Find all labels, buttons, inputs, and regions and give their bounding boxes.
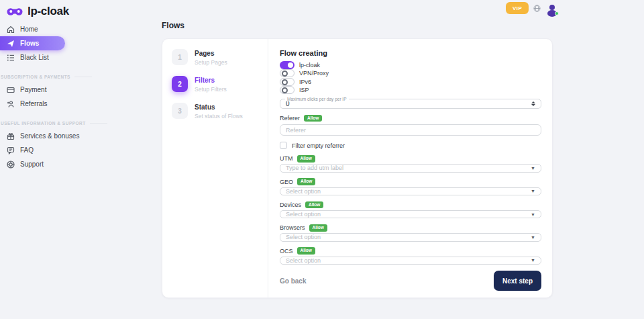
sidebar-item-black-list[interactable]: Black List (0, 50, 154, 64)
toggle-row-isp: ISP (280, 87, 541, 93)
ocs-label: OCS (280, 248, 293, 255)
step-status[interactable]: 3 Status Set status of Flows (172, 103, 268, 120)
select-placeholder: Select option (286, 188, 321, 195)
stepper: 1 Pages Setup Pages 2 Filters Setup Filt… (162, 39, 268, 298)
toggle-row-vpn-proxy: VPN/Proxy (280, 71, 541, 77)
utm-allow-badge[interactable]: Allow (297, 155, 315, 163)
sidebar-item-label: Referrals (20, 100, 48, 107)
referrals-icon (7, 100, 15, 108)
geo-label-row: GEO Allow (280, 179, 541, 185)
services-icon (7, 132, 15, 140)
sidebar-item-support[interactable]: Support (0, 157, 154, 171)
toggle-row-lp-cloak: lp-cloak (280, 62, 541, 68)
black-list-icon (7, 54, 15, 62)
filter-empty-referrer-label: Filter empty referrer (292, 142, 345, 149)
step-title: Status (195, 103, 243, 111)
browsers-label: Browsers (280, 224, 305, 231)
header-actions: VIP (506, 1, 558, 15)
vip-button[interactable]: VIP (506, 2, 529, 14)
isp-toggle[interactable] (280, 86, 294, 94)
select-placeholder: Select option (286, 234, 321, 240)
sidebar-item-faq[interactable]: FAQ (0, 143, 154, 157)
step-title: Filters (195, 76, 227, 84)
sidebar-item-label: Services & bonuses (20, 132, 79, 140)
section-divider (74, 77, 92, 77)
max-clicks-input[interactable]: Maximum clicks per day per IP 0 (280, 99, 541, 109)
devices-label: Devices (280, 201, 301, 208)
lp-cloak-toggle[interactable] (280, 61, 294, 69)
sidebar-item-label: Home (20, 26, 38, 33)
geo-label: GEO (280, 179, 293, 185)
utm-label-row: UTM Allow (280, 155, 541, 162)
step-title: Pages (195, 49, 227, 57)
chevron-down-icon: ▼ (531, 212, 535, 217)
payment-icon (7, 86, 15, 94)
support-icon (7, 161, 15, 169)
sidebar-item-services[interactable]: Services & bonuses (0, 129, 154, 143)
chevron-down-icon: ▼ (531, 235, 535, 240)
flows-icon (7, 40, 15, 48)
page-title: Flows (162, 21, 184, 30)
language-globe-icon[interactable] (533, 5, 541, 12)
online-status-dot (555, 11, 559, 15)
sidebar-section-support: USEFUL INFORMATION & SUPPORT (1, 121, 154, 126)
number-stepper[interactable] (531, 101, 535, 106)
form-title: Flow creating (280, 49, 541, 57)
sidebar-item-flows[interactable]: Flows (0, 36, 65, 50)
faq-icon (7, 146, 15, 154)
next-step-button[interactable]: Next step (494, 271, 541, 291)
sidebar-item-label: Flows (20, 40, 39, 47)
vpn-proxy-toggle[interactable] (280, 69, 294, 77)
chevron-down-icon: ▼ (531, 189, 535, 193)
home-icon (7, 26, 15, 34)
select-placeholder: Type to add utm label (286, 165, 343, 171)
browsers-allow-badge[interactable]: Allow (309, 224, 327, 232)
ocs-select[interactable]: Select option ▼ (280, 257, 541, 265)
browsers-label-row: Browsers Allow (280, 224, 541, 231)
select-placeholder: Select option (286, 257, 321, 264)
geo-select[interactable]: Select option ▼ (280, 187, 541, 195)
sidebar-item-label: Payment (20, 86, 46, 93)
ocs-allow-badge[interactable]: Allow (297, 247, 315, 255)
filters-form: Flow creating lp-cloak VPN/Proxy IPv6 IS… (268, 39, 552, 298)
sidebar-item-referrals[interactable]: Referrals (0, 97, 154, 111)
sidebar-section-subscription: SUBSCRIPTION & PAYMENTS (1, 75, 154, 79)
go-back-button[interactable]: Go back (280, 277, 306, 285)
filter-empty-referrer-row: Filter empty referrer (280, 142, 541, 149)
chevron-down-icon: ▼ (531, 166, 535, 171)
step-number: 1 (172, 49, 188, 65)
toggle-label: VPN/Proxy (299, 70, 329, 77)
filter-empty-referrer-checkbox[interactable] (280, 142, 287, 149)
step-subtitle: Setup Filters (195, 86, 227, 93)
app-logo[interactable]: lp-cloak (7, 5, 69, 18)
mask-logo-icon (7, 7, 23, 17)
referer-label-row: Referer Allow (280, 115, 541, 122)
ocs-label-row: OCS Allow (280, 248, 541, 255)
max-clicks-label: Maximum clicks per day per IP (285, 97, 349, 101)
devices-allow-badge[interactable]: Allow (305, 201, 323, 209)
step-filters[interactable]: 2 Filters Setup Filters (172, 76, 268, 93)
devices-select[interactable]: Select option ▼ (280, 210, 541, 218)
sidebar-item-payment[interactable]: Payment (0, 83, 154, 97)
select-placeholder: Select option (286, 211, 321, 218)
sidebar-item-home[interactable]: Home (0, 22, 154, 36)
utm-select[interactable]: Type to add utm label ▼ (280, 164, 541, 172)
referer-input[interactable] (280, 124, 541, 136)
sidebar-item-label: Black List (20, 54, 49, 61)
user-avatar[interactable] (545, 2, 558, 15)
ipv6-toggle[interactable] (280, 78, 294, 86)
step-pages[interactable]: 1 Pages Setup Pages (172, 49, 268, 66)
browsers-select[interactable]: Select option ▼ (280, 233, 541, 241)
toggle-label: ISP (299, 87, 309, 93)
step-subtitle: Setup Pages (195, 59, 227, 66)
toggle-row-ipv6: IPv6 (280, 79, 541, 85)
form-footer: Go back Next step (280, 271, 541, 291)
step-number: 3 (172, 103, 188, 119)
referer-allow-badge[interactable]: Allow (304, 115, 322, 122)
geo-allow-badge[interactable]: Allow (297, 178, 315, 185)
sidebar: Home Flows Black List SUBSCRIPTION & PAY… (0, 22, 154, 171)
devices-label-row: Devices Allow (280, 201, 541, 208)
chevron-down-icon: ▼ (531, 258, 535, 263)
sidebar-item-label: FAQ (20, 146, 34, 154)
utm-label: UTM (280, 155, 293, 162)
